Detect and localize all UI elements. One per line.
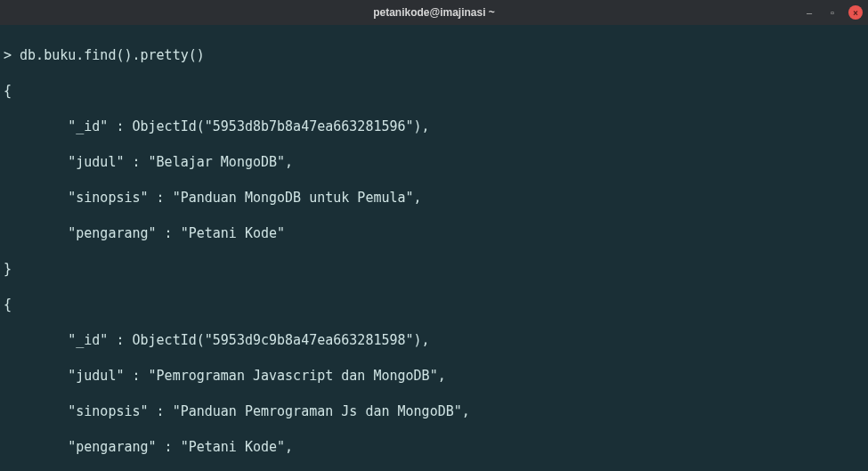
terminal-line: { [4, 296, 864, 313]
close-button[interactable]: × [848, 5, 863, 20]
window-title: petanikode@imajinasi ~ [373, 6, 495, 19]
terminal-line: } [4, 260, 864, 278]
window-titlebar: petanikode@imajinasi ~ – ▫ × [0, 0, 868, 25]
maximize-button[interactable]: ▫ [825, 5, 840, 20]
terminal-body[interactable]: > db.buku.find().pretty() { "_id" : Obje… [0, 25, 868, 471]
terminal-line: "sinopsis" : "Panduan MongoDB untuk Pemu… [4, 189, 864, 207]
terminal-line: "_id" : ObjectId("5953d9c9b8a47ea6632815… [4, 331, 864, 349]
terminal-line: "_id" : ObjectId("5953d8b7b8a47ea6632815… [4, 118, 864, 135]
minimize-button[interactable]: – [802, 5, 816, 20]
terminal-line: > db.buku.find().pretty() [4, 46, 864, 64]
terminal-line: "judul" : "Belajar MongoDB", [4, 153, 864, 171]
terminal-line: "pengarang" : "Petani Kode" [4, 224, 864, 242]
terminal-line: "sinopsis" : "Panduan Pemrograman Js dan… [4, 402, 864, 420]
terminal-line: { [4, 82, 864, 100]
terminal-line: "judul" : "Pemrograman Javascript dan Mo… [4, 367, 864, 385]
window-controls: – ▫ × [802, 0, 863, 25]
terminal-line: "pengarang" : "Petani Kode", [4, 438, 864, 456]
